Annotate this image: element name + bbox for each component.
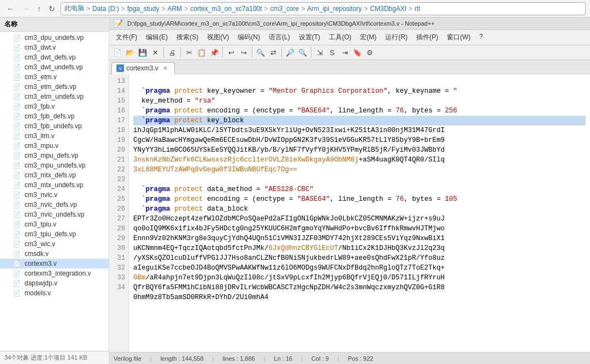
path-arm[interactable]: ARM bbox=[167, 5, 182, 13]
sidebar-item[interactable]: 📄cortexm3_integration.v bbox=[0, 268, 109, 278]
menu-item[interactable]: 运行(R) bbox=[381, 31, 412, 44]
main-area: 名称 📄cm3_dpu_undefs.vp📄cm3_dwt.v📄cm3_dwt_… bbox=[0, 17, 590, 364]
menu-item[interactable]: 窗口(W) bbox=[442, 31, 475, 44]
sidebar-item[interactable]: 📄cortexm3.v bbox=[0, 259, 109, 268]
up-button[interactable]: ↑ bbox=[35, 3, 43, 14]
sidebar-item[interactable]: 📄cm3_nvic.v bbox=[0, 190, 109, 200]
indent-button[interactable]: ⇥ bbox=[339, 46, 351, 58]
code-content[interactable]: `pragma protect key_keyowner = "Mentor G… bbox=[129, 74, 590, 352]
sidebar-item-label: cm3_fpb_defs.vp bbox=[25, 112, 74, 120]
sidebar-item[interactable]: 📄cm3_nvic_defs.vp bbox=[0, 200, 109, 210]
bookmark-button[interactable]: 🔖 bbox=[351, 46, 363, 58]
line-number: 15 bbox=[109, 96, 128, 106]
wrap-button[interactable]: ⇲ bbox=[314, 46, 326, 58]
path-cortex[interactable]: cortex_m3_on_xc7a100t bbox=[190, 5, 262, 13]
toolbar: 📄 📂 💾 ✕ 🖨 ✂ 📋 📌 ↩ ↪ 🔍 ⇄ 🔎 🔍 ⇲ S ⇥ 🔖 ⚙ bbox=[109, 45, 590, 60]
tab-close-button[interactable]: ✕ bbox=[163, 65, 168, 72]
sidebar-item-label: models.v bbox=[25, 289, 51, 297]
sidebar-item[interactable]: 📄cm3_nvic_undefs.vp bbox=[0, 210, 109, 219]
sidebar-item[interactable]: 📄cm3_mpu.v bbox=[0, 141, 109, 151]
zoom-in-button[interactable]: 🔎 bbox=[284, 46, 296, 58]
menu-item[interactable]: 工具(O) bbox=[324, 31, 356, 44]
path-cm3dbg[interactable]: CM3DbgAXI bbox=[370, 5, 406, 13]
sidebar-item[interactable]: 📄models.v bbox=[0, 288, 109, 298]
copy-button[interactable]: 📋 bbox=[196, 46, 208, 58]
sidebar-item-label: cm3_mpu.v bbox=[25, 142, 58, 150]
code-line: Ennn9Vz02hKNM3rg8e3quyCjYdhQ4UQn51CiVMN3… bbox=[133, 234, 586, 243]
sidebar-item[interactable]: 📄cm3_etm_defs.vp bbox=[0, 82, 109, 92]
sidebar-item[interactable]: 📄cm3_dwt_undefs.vp bbox=[0, 62, 109, 72]
line-number: 23 bbox=[109, 175, 128, 184]
code-line: QfrBQY6fa5FMM1hCibNi88jDRvILrWcbWBCASCTz… bbox=[133, 283, 586, 293]
path-arm-ipi[interactable]: Arm_ipi_repository bbox=[307, 5, 362, 13]
new-button[interactable]: 📄 bbox=[111, 46, 123, 58]
sidebar-item[interactable]: 📄cm3_wic.v bbox=[0, 239, 109, 249]
file-icon: 📄 bbox=[13, 241, 21, 248]
menu-item[interactable]: 设置(T) bbox=[294, 31, 324, 44]
menu-item[interactable]: 文件(F) bbox=[111, 31, 141, 44]
sidebar-item-label: cm3_etm_defs.vp bbox=[25, 83, 76, 91]
sidebar-item[interactable]: 📄cmsdk.v bbox=[0, 249, 109, 259]
path-computer[interactable]: 此电脑 bbox=[64, 4, 84, 13]
paste-button[interactable]: 📌 bbox=[208, 46, 220, 58]
sidebar-item[interactable]: 📄cm3_tpiu.v bbox=[0, 219, 109, 229]
sidebar-item[interactable]: 📄cm3_fpb_defs.vp bbox=[0, 111, 109, 121]
sidebar-item-label: cm3_dpu_undefs.vp bbox=[25, 34, 84, 41]
replace-button[interactable]: ⇄ bbox=[267, 46, 279, 58]
sidebar-item-label: cmsdk.v bbox=[25, 250, 49, 258]
sidebar-item-label: cortexm3.v bbox=[25, 260, 57, 267]
redo-button[interactable]: ↪ bbox=[238, 46, 250, 58]
find-button[interactable]: 🔍 bbox=[255, 46, 267, 58]
sidebar-item[interactable]: 📄cm3_etm_undefs.vp bbox=[0, 92, 109, 102]
path-bar[interactable]: 此电脑 > Data (D:) > fpga_study > ARM > cor… bbox=[61, 2, 586, 15]
menu-item[interactable]: 搜索(S) bbox=[172, 31, 203, 44]
print-button[interactable]: 🖨 bbox=[166, 46, 178, 58]
sidebar-item[interactable]: 📄cm3_mpu_undefs.vp bbox=[0, 160, 109, 170]
path-drive[interactable]: Data (D:) bbox=[92, 5, 119, 13]
path-rtl[interactable]: rtl bbox=[415, 5, 420, 13]
sidebar-item[interactable]: 📄cm3_itm.v bbox=[0, 131, 109, 141]
forward-button[interactable]: → bbox=[20, 3, 32, 14]
sidebar-item[interactable]: 📄cm3_fpb.v bbox=[0, 102, 109, 111]
menu-item[interactable]: 宏(M) bbox=[356, 31, 381, 44]
sidebar-item[interactable]: 📄cm3_dwt.v bbox=[0, 43, 109, 52]
menu-item[interactable]: ? bbox=[475, 31, 487, 44]
cut-button[interactable]: ✂ bbox=[183, 46, 195, 58]
code-line: `pragma protect key_block bbox=[133, 116, 586, 126]
sidebar-item[interactable]: 📄cm3_etm.v bbox=[0, 72, 109, 82]
sidebar-item[interactable]: 📄cm3_dpu_undefs.vp bbox=[0, 33, 109, 43]
menu-item[interactable]: 视图(V) bbox=[203, 31, 233, 44]
line-number: 19 bbox=[109, 135, 128, 145]
zoom-out-button[interactable]: 🔍 bbox=[297, 46, 309, 58]
line-number: 34 bbox=[109, 283, 128, 293]
file-icon: 📄 bbox=[13, 103, 21, 110]
toolbar-sep-1 bbox=[163, 47, 164, 58]
undo-button[interactable]: ↩ bbox=[225, 46, 237, 58]
menu-item[interactable]: 插件(P) bbox=[412, 31, 442, 44]
active-tab[interactable]: V cortexm3.v ✕ bbox=[111, 62, 175, 74]
code-editor[interactable]: 1314151617181920212223242526272829303132… bbox=[109, 74, 590, 352]
sidebar-item[interactable]: 📄dapswjdp.v bbox=[0, 278, 109, 288]
menu-item[interactable]: 编码(N) bbox=[233, 31, 264, 44]
save-button[interactable]: 💾 bbox=[137, 46, 149, 58]
menu-item[interactable]: 语言(L) bbox=[264, 31, 294, 44]
sidebar-item[interactable]: 📄cm3_dwt_defs.vp bbox=[0, 52, 109, 62]
sidebar-item-label: cm3_nvic_undefs.vp bbox=[25, 211, 84, 218]
file-icon: 📄 bbox=[13, 231, 21, 238]
open-button[interactable]: 📂 bbox=[124, 46, 136, 58]
sidebar-item[interactable]: 📄cm3_mtx_undefs.vp bbox=[0, 180, 109, 190]
file-icon: 📄 bbox=[13, 142, 21, 150]
syntax-button[interactable]: S bbox=[326, 46, 338, 58]
close-button[interactable]: ✕ bbox=[149, 46, 161, 58]
sidebar-item[interactable]: 📄cm3_fpb_undefs.vp bbox=[0, 121, 109, 131]
sidebar-item[interactable]: 📄cm3_mtx_defs.vp bbox=[0, 170, 109, 180]
path-fpga[interactable]: fpga_study bbox=[127, 5, 160, 13]
menu-item[interactable]: 编辑(E) bbox=[141, 31, 172, 44]
settings-button[interactable]: ⚙ bbox=[364, 46, 376, 58]
sidebar-item[interactable]: 📄cm3_mpu_defs.vp bbox=[0, 151, 109, 160]
path-core[interactable]: cm3_core bbox=[270, 5, 299, 13]
refresh-button[interactable]: ↻ bbox=[46, 3, 57, 14]
sidebar-item[interactable]: 📄cm3_tpiu_defs.vp bbox=[0, 229, 109, 239]
back-button[interactable]: ← bbox=[4, 3, 16, 14]
status-ln: Ln : 16 bbox=[274, 355, 293, 362]
